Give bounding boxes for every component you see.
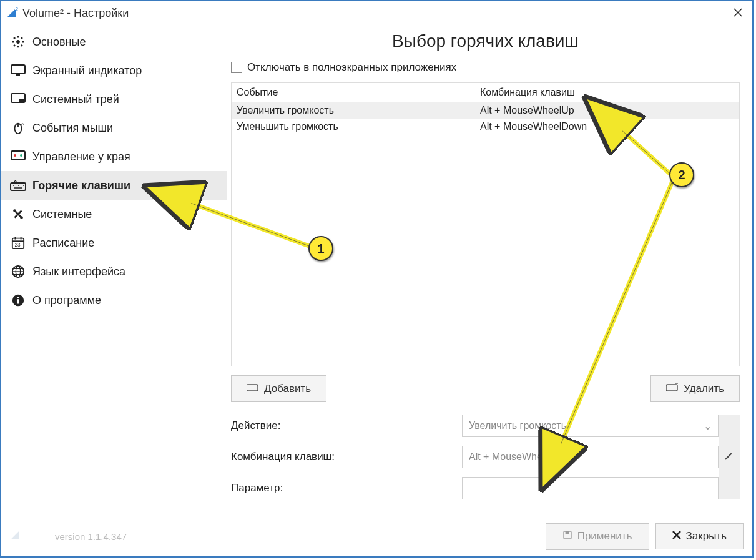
svg-point-10: [14, 154, 16, 157]
chevron-down-icon: ⌄: [704, 420, 712, 432]
checkbox-icon[interactable]: [231, 62, 242, 73]
sidebar-item-label: Системные: [32, 208, 92, 221]
svg-point-26: [17, 297, 19, 298]
calendar-icon: 23: [10, 236, 26, 250]
sidebar-item-hotkeys[interactable]: Горячие клавиши: [1, 171, 227, 200]
action-label: Действие:: [231, 420, 462, 432]
sidebar-item-label: Управление у края: [32, 150, 130, 164]
close-button[interactable]: [729, 6, 747, 21]
add-button-label: Добавить: [264, 383, 311, 395]
sidebar-item-main[interactable]: Основные: [1, 27, 227, 56]
header-event[interactable]: Событие: [237, 87, 480, 98]
keyboard-minus-icon: −: [666, 382, 679, 395]
svg-point-14: [20, 216, 23, 219]
sidebar-item-about[interactable]: О программе: [1, 286, 227, 315]
mouse-icon: [10, 121, 26, 135]
cell-event: Увеличить громкость: [237, 105, 480, 116]
table-row[interactable]: Уменьшить громкость Alt + MouseWheelDown: [232, 119, 739, 135]
page-title: Выбор горячих клавиш: [231, 31, 740, 51]
sidebar-item-label: Горячие клавиши: [32, 179, 130, 192]
app-icon: 2: [6, 7, 19, 19]
close-button-footer[interactable]: Закрыть: [655, 523, 744, 549]
keyboard-plus-icon: +: [247, 382, 259, 395]
sidebar-item-label: Расписание: [32, 237, 94, 250]
tools-icon: [10, 207, 26, 221]
svg-rect-6: [19, 99, 24, 102]
svg-rect-4: [16, 74, 20, 76]
delete-button-label: Удалить: [684, 383, 724, 395]
disable-fullscreen-label: Отключать в полноэкранных приложениях: [247, 61, 456, 74]
disable-fullscreen-row[interactable]: Отключать в полноэкранных приложениях: [231, 61, 740, 74]
apply-button[interactable]: Применить: [546, 523, 649, 550]
sidebar-item-label: Системный трей: [32, 93, 119, 106]
sidebar-item-edge[interactable]: Управление у края: [1, 142, 227, 171]
combo-input[interactable]: [462, 446, 719, 468]
sidebar-item-tray[interactable]: Системный трей: [1, 85, 227, 114]
sidebar-item-label: Язык интерфейса: [32, 265, 125, 278]
action-select-value: Увеличить громкость: [469, 420, 566, 431]
svg-rect-27: [17, 299, 19, 303]
combo-label: Комбинация клавиш:: [231, 451, 462, 463]
apply-button-label: Применить: [577, 530, 632, 543]
svg-rect-33: [565, 531, 568, 534]
pencil-icon: [724, 450, 735, 464]
svg-rect-12: [11, 183, 26, 190]
window-title: Volume² - Настройки: [22, 7, 129, 20]
svg-text:23: 23: [15, 242, 21, 248]
gear-icon: [10, 35, 26, 49]
sidebar-item-osd[interactable]: Экранный индикатор: [1, 56, 227, 85]
edit-button[interactable]: [719, 415, 740, 499]
keyboard-icon: [10, 179, 26, 192]
add-button[interactable]: + Добавить: [231, 375, 326, 402]
cell-combo: Alt + MouseWheelUp: [480, 105, 734, 116]
sidebar-item-label: О программе: [32, 294, 101, 307]
close-icon: [672, 530, 681, 543]
sidebar-item-label: Экранный индикатор: [32, 64, 142, 77]
edge-icon: [10, 150, 26, 164]
svg-rect-3: [11, 65, 25, 74]
table-header: Событие Комбинация клавиш: [232, 83, 739, 102]
tray-icon: [10, 92, 26, 106]
svg-text:2: 2: [16, 7, 18, 11]
action-select[interactable]: Увеличить громкость ⌄: [462, 415, 719, 437]
version-label: version 1.1.4.347: [55, 531, 127, 542]
param-label: Параметр:: [231, 482, 462, 494]
svg-point-2: [16, 40, 20, 44]
svg-point-13: [13, 209, 16, 212]
sidebar-item-language[interactable]: Язык интерфейса: [1, 257, 227, 286]
sidebar-item-label: События мыши: [32, 122, 113, 135]
sidebar-item-system[interactable]: Системные: [1, 200, 227, 228]
cell-combo: Alt + MouseWheelDown: [480, 121, 734, 132]
globe-icon: [10, 265, 26, 278]
app-corner-icon: [10, 530, 21, 543]
close-button-label: Закрыть: [686, 530, 727, 543]
svg-text:+: +: [255, 382, 258, 386]
cell-event: Уменьшить громкость: [237, 121, 480, 132]
param-input[interactable]: [462, 477, 719, 499]
sidebar-item-label: Основные: [32, 36, 86, 49]
sidebar: Основные Экранный индикатор Системный тр…: [1, 25, 227, 516]
save-icon: [562, 530, 572, 543]
sidebar-item-mouse[interactable]: События мыши: [1, 114, 227, 142]
sidebar-item-schedule[interactable]: 23 Расписание: [1, 228, 227, 257]
hotkeys-table: Событие Комбинация клавиш Увеличить гром…: [231, 82, 740, 366]
info-icon: [10, 293, 26, 307]
header-combo[interactable]: Комбинация клавиш: [480, 87, 734, 98]
monitor-icon: [10, 64, 26, 77]
table-row[interactable]: Увеличить громкость Alt + MouseWheelUp: [232, 102, 739, 119]
delete-button[interactable]: − Удалить: [650, 375, 740, 402]
svg-point-11: [20, 154, 22, 157]
svg-text:−: −: [675, 382, 678, 386]
svg-rect-9: [11, 151, 25, 160]
